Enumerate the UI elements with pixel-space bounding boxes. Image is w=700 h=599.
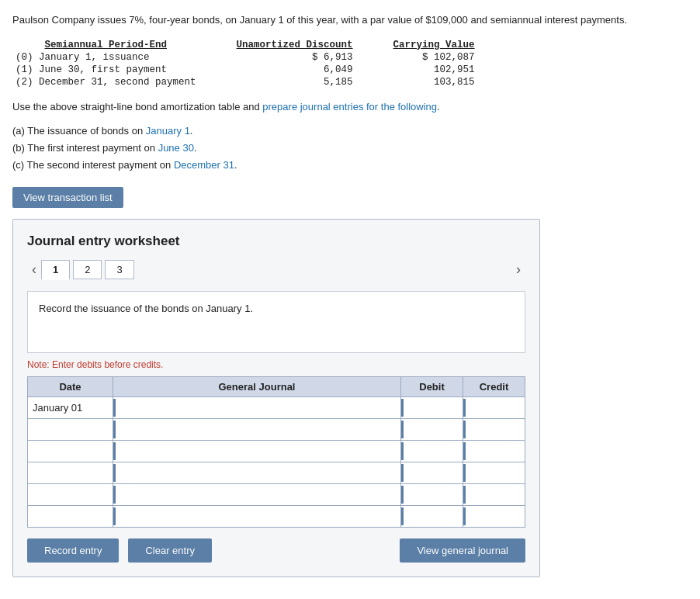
table-row	[28, 440, 525, 462]
tab-prev-button[interactable]: ‹	[27, 260, 41, 279]
tab-2[interactable]: 2	[73, 260, 102, 279]
row-2-credit[interactable]	[463, 418, 525, 440]
row-3-credit[interactable]	[463, 440, 525, 462]
row-6-credit-input[interactable]	[463, 506, 525, 527]
col-header-date: Date	[28, 376, 113, 396]
sub-item-a: (a) The issuance of bonds on January 1.	[12, 123, 688, 140]
row-3-journal-input[interactable]	[113, 441, 400, 462]
amort-header-carrying: Carrying Value	[362, 39, 484, 51]
note-text: Note: Enter debits before credits.	[27, 359, 525, 370]
row-5-date	[28, 483, 113, 505]
row-6-debit[interactable]	[401, 505, 463, 527]
instruction-text: Record the issuance of the bonds on Janu…	[39, 303, 253, 314]
amort-row-2-carrying: 103,815	[362, 76, 484, 88]
amort-table: Semiannual Period-End Unamortized Discou…	[12, 39, 484, 88]
row-4-journal[interactable]	[113, 462, 401, 483]
worksheet-container: Journal entry worksheet ‹ 1 2 3 › Record…	[12, 219, 540, 577]
row-4-debit[interactable]	[401, 462, 463, 483]
row-6-journal-input[interactable]	[113, 506, 400, 527]
tab-row: ‹ 1 2 3 ›	[27, 260, 525, 280]
amort-row-0-period: (0) January 1, issuance	[12, 51, 206, 64]
row-1-credit-input[interactable]	[463, 397, 525, 418]
tab-1[interactable]: 1	[41, 260, 70, 280]
row-5-journal[interactable]	[113, 483, 401, 505]
table-row	[28, 483, 525, 505]
row-5-credit-input[interactable]	[463, 484, 525, 505]
amort-header-discount: Unamortized Discount	[206, 39, 362, 51]
row-5-journal-input[interactable]	[113, 484, 400, 505]
amort-row-1-discount: 6,049	[206, 64, 362, 76]
row-1-credit[interactable]	[463, 396, 525, 418]
intro-text: Paulson Company issues 7%, four-year bon…	[12, 12, 688, 28]
worksheet-title: Journal entry worksheet	[27, 234, 525, 249]
amort-row-1-period: (1) June 30, first payment	[12, 64, 206, 76]
row-2-debit[interactable]	[401, 418, 463, 440]
above-text: Use the above straight-line bond amortiz…	[12, 99, 688, 116]
row-3-credit-input[interactable]	[463, 441, 525, 462]
table-row: January 01	[28, 396, 525, 418]
col-header-journal: General Journal	[113, 376, 401, 396]
row-1-journal-input[interactable]	[113, 397, 400, 418]
row-3-date	[28, 440, 113, 462]
row-1-debit[interactable]	[401, 396, 463, 418]
amort-header-period: Semiannual Period-End	[12, 39, 206, 51]
row-1-debit-input[interactable]	[401, 397, 463, 418]
row-2-journal-input[interactable]	[113, 419, 400, 440]
row-2-journal[interactable]	[113, 418, 401, 440]
row-4-credit-input[interactable]	[463, 462, 525, 483]
view-transaction-button[interactable]: View transaction list	[12, 187, 123, 208]
button-row: Record entry Clear entry View general jo…	[27, 538, 525, 563]
amort-row-0-carrying: $ 102,087	[362, 51, 484, 64]
amort-row-0-discount: $ 6,913	[206, 51, 362, 64]
row-2-debit-input[interactable]	[401, 419, 463, 440]
record-entry-button[interactable]: Record entry	[27, 538, 119, 563]
table-row	[28, 418, 525, 440]
row-3-debit-input[interactable]	[401, 441, 463, 462]
sub-item-b: (b) The first interest payment on June 3…	[12, 140, 688, 157]
clear-entry-button[interactable]: Clear entry	[128, 538, 212, 563]
amort-row-1-carrying: 102,951	[362, 64, 484, 76]
row-2-credit-input[interactable]	[463, 419, 525, 440]
sub-item-c: (c) The second interest payment on Decem…	[12, 157, 688, 174]
row-4-debit-input[interactable]	[401, 462, 463, 483]
row-1-journal[interactable]	[113, 396, 401, 418]
row-5-debit-input[interactable]	[401, 484, 463, 505]
journal-table: Date General Journal Debit Credit Januar…	[27, 376, 525, 528]
sub-items: (a) The issuance of bonds on January 1. …	[12, 123, 688, 174]
row-3-debit[interactable]	[401, 440, 463, 462]
instruction-box: Record the issuance of the bonds on Janu…	[27, 291, 525, 353]
amort-row-2-discount: 5,185	[206, 76, 362, 88]
row-5-debit[interactable]	[401, 483, 463, 505]
tab-next-button[interactable]: ›	[511, 260, 525, 279]
view-general-journal-button[interactable]: View general journal	[400, 538, 525, 563]
row-3-journal[interactable]	[113, 440, 401, 462]
row-1-date: January 01	[28, 396, 113, 418]
amort-row-2-period: (2) December 31, second payment	[12, 76, 206, 88]
row-6-date	[28, 505, 113, 527]
table-row	[28, 505, 525, 527]
row-4-date	[28, 462, 113, 483]
col-header-debit: Debit	[401, 376, 463, 396]
table-row	[28, 462, 525, 483]
row-6-journal[interactable]	[113, 505, 401, 527]
col-header-credit: Credit	[463, 376, 525, 396]
tab-3[interactable]: 3	[105, 260, 133, 279]
row-4-journal-input[interactable]	[113, 462, 400, 483]
row-4-credit[interactable]	[463, 462, 525, 483]
row-5-credit[interactable]	[463, 483, 525, 505]
row-2-date	[28, 418, 113, 440]
row-6-debit-input[interactable]	[401, 506, 463, 527]
row-6-credit[interactable]	[463, 505, 525, 527]
